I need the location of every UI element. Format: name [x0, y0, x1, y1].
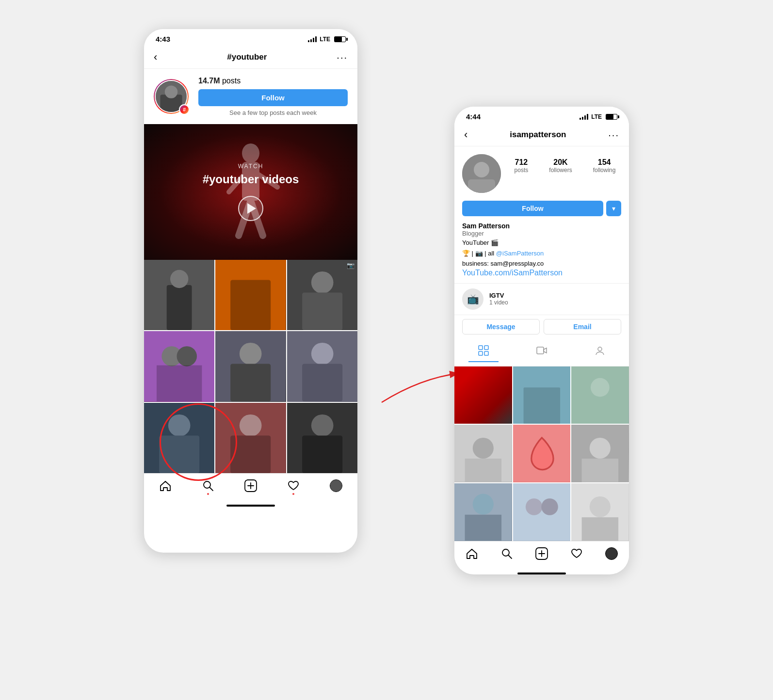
- pg-cell-7[interactable]: [454, 483, 512, 541]
- signal-icon-right: [580, 114, 588, 120]
- grid-cell-8[interactable]: [215, 403, 286, 473]
- svg-rect-41: [330, 480, 342, 492]
- grid-cell-4[interactable]: [144, 331, 214, 401]
- nav-heart[interactable]: [287, 479, 300, 492]
- grid-cell-7[interactable]: [144, 403, 214, 473]
- svg-point-51: [598, 347, 602, 351]
- grid-cell-1[interactable]: [144, 260, 214, 330]
- pg-cell-8[interactable]: [513, 483, 571, 541]
- nav-search-right[interactable]: [500, 547, 513, 560]
- heart-icon: [287, 479, 300, 492]
- svg-point-70: [590, 496, 611, 517]
- pg-cell-4[interactable]: [454, 425, 512, 482]
- status-bar-right: 4:44 LTE: [454, 107, 629, 125]
- camera-reel-icon: 📷: [347, 262, 354, 269]
- svg-rect-46: [479, 346, 483, 350]
- status-icons-left: LTE: [308, 36, 346, 43]
- hashtag-badge: #: [179, 104, 190, 115]
- svg-point-31: [240, 414, 262, 437]
- svg-point-44: [474, 162, 489, 177]
- grid-cell-2[interactable]: [215, 260, 286, 330]
- profile-avatar: [462, 154, 501, 193]
- svg-point-25: [311, 343, 333, 365]
- email-button[interactable]: Email: [544, 319, 621, 334]
- pg-cell-2[interactable]: [513, 366, 571, 424]
- bio-mention-link[interactable]: @iSamPatterson: [496, 250, 544, 257]
- nav-add-right[interactable]: [535, 547, 548, 560]
- right-phone: 4:44 LTE ‹ isampatterson ···: [454, 107, 629, 574]
- stat-following: 154 following: [593, 158, 616, 174]
- nav-home-right[interactable]: [466, 547, 478, 560]
- igtv-section[interactable]: 📺 IGTV 1 video: [454, 283, 629, 315]
- pg-cell-3[interactable]: [571, 366, 629, 424]
- dancer-silhouette: [202, 124, 299, 260]
- photo-grid-left: 📷: [144, 260, 357, 473]
- nav-search[interactable]: [202, 479, 214, 492]
- tab-video[interactable]: [527, 342, 557, 362]
- right-phone-wrap: 4:44 LTE ‹ isampatterson ···: [454, 68, 629, 574]
- battery-icon-right: [606, 114, 617, 120]
- svg-point-64: [473, 493, 494, 514]
- svg-point-19: [177, 346, 197, 366]
- page-title-right: isampatterson: [510, 130, 566, 140]
- follow-button-left[interactable]: Follow: [198, 89, 348, 106]
- svg-point-28: [168, 414, 191, 437]
- left-phone-wrap: 4:43 LTE ‹ #youtuber ···: [144, 29, 357, 553]
- pg-cell-1[interactable]: [454, 366, 512, 424]
- more-button-left[interactable]: ···: [337, 52, 348, 63]
- nav-profile[interactable]: [330, 479, 342, 492]
- dropdown-button[interactable]: ▾: [606, 201, 621, 216]
- svg-rect-29: [159, 435, 199, 473]
- back-button-left[interactable]: ‹: [154, 51, 157, 64]
- message-email-row: Message Email: [454, 315, 629, 338]
- play-button[interactable]: [238, 196, 263, 221]
- nav-heart-right[interactable]: [570, 547, 583, 560]
- profile-nav-tabs: [454, 338, 629, 366]
- svg-point-22: [240, 343, 262, 365]
- video-title: #youtuber videos: [203, 173, 299, 186]
- more-button-right[interactable]: ···: [608, 129, 619, 141]
- arrow-container: [377, 368, 435, 409]
- svg-point-2: [165, 85, 177, 98]
- tab-grid[interactable]: [468, 342, 499, 362]
- bio-website[interactable]: YouTube.com/iSamPatterson: [462, 269, 621, 277]
- play-icon: [247, 203, 256, 214]
- nav-home[interactable]: [159, 479, 172, 492]
- profile-avatar-nav: [330, 479, 342, 492]
- svg-rect-58: [465, 459, 502, 482]
- svg-point-11: [170, 270, 188, 288]
- follow-button-right[interactable]: Follow: [462, 201, 603, 216]
- heart-icon-right: [570, 547, 583, 560]
- grid-cell-3[interactable]: 📷: [287, 260, 357, 330]
- svg-rect-20: [157, 366, 202, 402]
- nav-bar-left: ‹ #youtuber ···: [144, 47, 357, 69]
- bio-desc-3: business: sam@pressplay.co: [462, 259, 621, 269]
- nav-profile-right[interactable]: [605, 547, 618, 560]
- grid-cell-6[interactable]: [287, 331, 357, 401]
- add-icon-right: [535, 547, 548, 560]
- pg-cell-last[interactable]: [571, 483, 629, 541]
- status-time-right: 4:44: [466, 112, 481, 121]
- bio-name: Sam Patterson: [462, 222, 621, 230]
- svg-rect-48: [479, 351, 483, 355]
- stat-followers: 20K followers: [549, 158, 572, 174]
- svg-rect-45: [468, 179, 495, 193]
- pg-cell-6[interactable]: [571, 425, 629, 482]
- tab-tagged[interactable]: [585, 342, 615, 362]
- avatar-image: [462, 154, 501, 193]
- message-button[interactable]: Message: [462, 319, 540, 334]
- svg-rect-32: [230, 435, 271, 473]
- stat-posts: 712 posts: [515, 158, 529, 174]
- profile-header: 712 posts 20K followers 154 following: [454, 146, 629, 197]
- nav-add[interactable]: [244, 479, 257, 492]
- website-link[interactable]: YouTube.com/iSamPatterson: [462, 269, 563, 277]
- pg-cell-5[interactable]: [513, 425, 571, 482]
- grid-cell-9[interactable]: [287, 403, 357, 473]
- grid-cell-5[interactable]: [215, 331, 286, 401]
- person-tag-icon: [595, 345, 605, 356]
- igtv-label: IGTV: [489, 292, 508, 299]
- annotation-arrow: [377, 368, 464, 407]
- back-button-right[interactable]: ‹: [464, 128, 467, 141]
- bio-role: Blogger: [462, 230, 621, 237]
- lte-label-right: LTE: [591, 113, 602, 120]
